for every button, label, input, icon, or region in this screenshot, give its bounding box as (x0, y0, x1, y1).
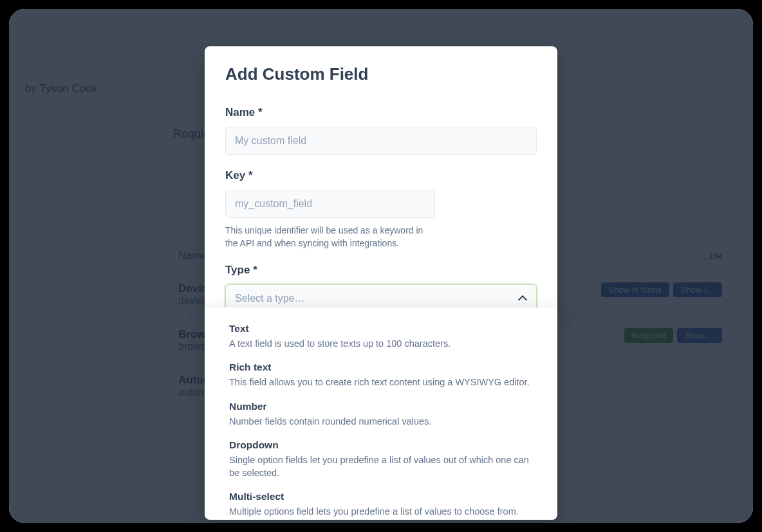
option-title: Number (229, 401, 533, 412)
type-placeholder: Select a type… (235, 293, 305, 304)
option-desc: Number fields contain rounded numerical … (229, 415, 533, 428)
option-desc: Multiple options field lets you predefin… (229, 505, 533, 518)
key-help-text: This unique identifier will be used as a… (225, 225, 431, 250)
name-input[interactable] (225, 127, 537, 155)
option-title: Dropdown (229, 439, 533, 451)
add-custom-field-modal: Add Custom Field Name * Key * This uniqu… (205, 46, 557, 313)
type-option[interactable]: Multi-selectMultiple options field lets … (229, 487, 533, 520)
option-title: Rich text (229, 362, 533, 373)
type-option[interactable]: DropdownSingle option fields let you pre… (229, 436, 533, 488)
chevron-up-icon (518, 294, 527, 303)
option-desc: This field allows you to create rich tex… (229, 376, 533, 389)
modal-title: Add Custom Field (225, 64, 537, 84)
option-title: Multi-select (229, 491, 533, 502)
option-desc: Single option fields let you predefine a… (229, 454, 533, 480)
type-dropdown-panel: TextA text field is used to store texts … (205, 307, 557, 520)
type-option[interactable]: Rich textThis field allows you to create… (229, 358, 533, 396)
name-label: Name * (225, 106, 537, 119)
type-label: Type * (225, 264, 537, 277)
key-label: Key * (225, 169, 537, 182)
option-desc: A text field is used to store texts up t… (229, 337, 533, 350)
key-input[interactable] (225, 190, 435, 218)
type-option[interactable]: NumberNumber fields contain rounded nume… (229, 397, 533, 436)
option-title: Text (229, 323, 533, 335)
type-option[interactable]: TextA text field is used to store texts … (229, 319, 533, 358)
